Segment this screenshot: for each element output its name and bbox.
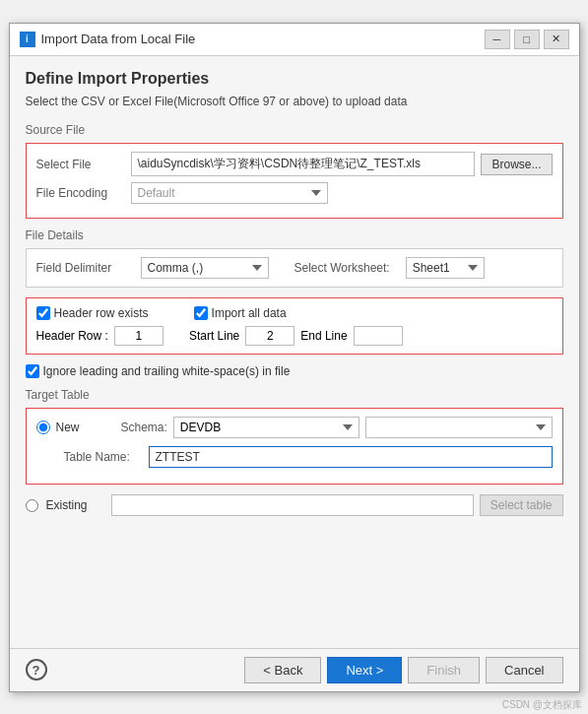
file-path-display: \aiduSyncdisk\学习资料\CSDN待整理笔记\Z_TEST.xls bbox=[131, 152, 476, 176]
end-line-input[interactable] bbox=[354, 326, 403, 346]
browse-button[interactable]: Browse... bbox=[481, 154, 552, 175]
cancel-button[interactable]: Cancel bbox=[486, 657, 562, 683]
existing-row: Existing Select table bbox=[26, 494, 563, 516]
checkbox-row: Header row exists Import all data bbox=[36, 306, 553, 320]
worksheet-select[interactable]: Sheet1 bbox=[406, 257, 485, 279]
new-schema-row: New Schema: DEVDB bbox=[36, 417, 553, 438]
schema-label: Schema: bbox=[121, 421, 167, 434]
new-radio[interactable] bbox=[36, 421, 50, 434]
source-file-label: Source File bbox=[26, 123, 563, 137]
existing-radio-label: Existing bbox=[46, 498, 105, 512]
watermark: CSDN @文档探库 bbox=[502, 698, 582, 712]
schema-extra-select[interactable] bbox=[365, 417, 552, 438]
file-details-section: Field Delimiter Comma (,) Select Workshe… bbox=[26, 248, 563, 288]
bottom-bar: ? < Back Next > Finish Cancel bbox=[10, 648, 579, 691]
navigation-buttons: < Back Next > Finish Cancel bbox=[244, 657, 562, 683]
new-radio-label: New bbox=[56, 421, 115, 434]
import-all-data-checkbox-item[interactable]: Import all data bbox=[194, 306, 287, 320]
minimize-button[interactable]: ─ bbox=[485, 30, 510, 49]
select-worksheet-label: Select Worksheet: bbox=[294, 261, 390, 275]
page-title: Define Import Properties bbox=[26, 70, 563, 88]
window-title: Import Data from Local File bbox=[41, 32, 196, 46]
footer-area bbox=[26, 516, 563, 575]
table-name-input[interactable] bbox=[149, 446, 553, 468]
end-line-label: End Line bbox=[300, 329, 347, 343]
file-encoding-select[interactable]: Default bbox=[131, 182, 328, 204]
header-row-label: Header Row : bbox=[36, 329, 108, 343]
field-delimiter-select[interactable]: Comma (,) bbox=[141, 257, 269, 279]
finish-button[interactable]: Finish bbox=[408, 657, 480, 683]
ignore-whitespace-row: Ignore leading and trailing white-space(… bbox=[26, 364, 563, 378]
header-row-exists-label: Header row exists bbox=[54, 306, 149, 320]
header-details-row: Header Row : Start Line End Line bbox=[36, 326, 553, 346]
help-button[interactable]: ? bbox=[26, 659, 47, 681]
ignore-whitespace-item[interactable]: Ignore leading and trailing white-space(… bbox=[26, 364, 291, 378]
start-line-input[interactable] bbox=[245, 326, 294, 346]
table-name-row: Table Name: bbox=[36, 446, 553, 468]
file-encoding-row: File Encoding Default bbox=[36, 182, 553, 204]
main-window: i Import Data from Local File ─ □ ✕ Defi… bbox=[9, 23, 580, 692]
import-all-data-checkbox[interactable] bbox=[194, 306, 208, 320]
import-all-data-label: Import all data bbox=[212, 306, 287, 320]
close-button[interactable]: ✕ bbox=[544, 30, 569, 49]
titlebar: i Import Data from Local File ─ □ ✕ bbox=[10, 24, 579, 56]
target-table-section: New Schema: DEVDB Table Name: bbox=[26, 408, 563, 485]
source-file-section: Select File \aiduSyncdisk\学习资料\CSDN待整理笔记… bbox=[26, 143, 563, 219]
content-area: Define Import Properties Select the CSV … bbox=[10, 56, 579, 648]
page-description: Select the CSV or Excel File(Microsoft O… bbox=[26, 94, 563, 110]
header-import-section: Header row exists Import all data Header… bbox=[26, 297, 563, 355]
start-line-label: Start Line bbox=[189, 329, 239, 343]
header-row-exists-checkbox[interactable] bbox=[36, 306, 50, 320]
titlebar-controls: ─ □ ✕ bbox=[485, 30, 569, 49]
maximize-button[interactable]: □ bbox=[514, 30, 540, 49]
select-file-label: Select File bbox=[36, 158, 125, 171]
back-button[interactable]: < Back bbox=[244, 657, 321, 683]
file-details-section-label: File Details bbox=[26, 228, 563, 242]
window-icon: i bbox=[20, 32, 35, 47]
table-name-label: Table Name: bbox=[64, 450, 143, 464]
schema-select[interactable]: DEVDB bbox=[173, 417, 359, 438]
file-details-row: Field Delimiter Comma (,) Select Workshe… bbox=[36, 257, 553, 279]
next-button[interactable]: Next > bbox=[327, 657, 402, 683]
select-file-row: Select File \aiduSyncdisk\学习资料\CSDN待整理笔记… bbox=[36, 152, 553, 176]
header-row-input[interactable] bbox=[114, 326, 163, 346]
header-row-exists-checkbox-item[interactable]: Header row exists bbox=[36, 306, 149, 320]
existing-radio[interactable] bbox=[26, 499, 38, 512]
select-table-button[interactable]: Select table bbox=[480, 494, 563, 516]
titlebar-left: i Import Data from Local File bbox=[20, 32, 196, 47]
ignore-whitespace-label: Ignore leading and trailing white-space(… bbox=[43, 364, 291, 378]
ignore-whitespace-checkbox[interactable] bbox=[26, 364, 39, 378]
field-delimiter-label: Field Delimiter bbox=[36, 261, 125, 275]
file-encoding-label: File Encoding bbox=[36, 186, 125, 200]
target-table-section-label: Target Table bbox=[26, 388, 563, 402]
existing-table-input[interactable] bbox=[111, 494, 474, 516]
